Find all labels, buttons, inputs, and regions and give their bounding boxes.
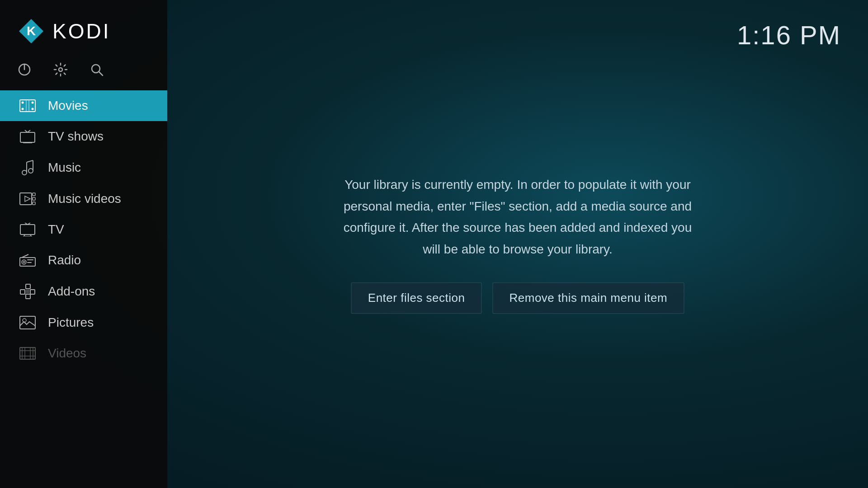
kodi-logo-icon: K — [18, 18, 44, 44]
time-display: 1:16 PM — [737, 20, 841, 50]
sidebar-item-tvshows[interactable]: TV shows — [0, 121, 167, 152]
svg-rect-14 — [20, 132, 35, 142]
svg-point-9 — [22, 108, 24, 110]
music-icon — [18, 160, 37, 175]
movies-label: Movies — [48, 99, 88, 113]
settings-icon[interactable] — [53, 62, 68, 77]
tvshows-icon — [18, 130, 37, 143]
sidebar-item-pictures[interactable]: Pictures — [0, 307, 167, 338]
svg-rect-47 — [20, 316, 35, 329]
sidebar-item-movies[interactable]: Movies — [0, 90, 167, 121]
tv-label: TV — [48, 222, 64, 237]
library-empty-message: Your library is currently empty. In orde… — [343, 174, 693, 314]
svg-point-4 — [59, 68, 62, 71]
svg-rect-45 — [30, 290, 35, 294]
pictures-label: Pictures — [48, 315, 94, 330]
svg-point-21 — [28, 169, 33, 173]
tv-icon — [18, 223, 37, 236]
svg-point-8 — [22, 102, 24, 104]
sidebar-item-music[interactable]: Music — [0, 152, 167, 183]
pictures-icon — [18, 316, 37, 329]
svg-rect-42 — [20, 290, 25, 294]
radio-label: Radio — [48, 253, 81, 267]
svg-point-11 — [32, 108, 34, 110]
svg-marker-29 — [25, 196, 30, 202]
music-label: Music — [48, 160, 81, 175]
remove-menu-item-button[interactable]: Remove this main menu item — [493, 283, 684, 314]
sidebar-item-radio[interactable]: Radio — [0, 245, 167, 276]
svg-rect-36 — [20, 258, 35, 266]
nav-list: Movies TV shows — [0, 90, 167, 488]
svg-rect-26 — [33, 193, 35, 196]
search-icon[interactable] — [90, 62, 104, 77]
radio-icon — [18, 254, 37, 267]
enter-files-button[interactable]: Enter files section — [351, 283, 482, 314]
svg-point-38 — [23, 261, 25, 263]
svg-text:K: K — [27, 24, 36, 38]
svg-rect-43 — [26, 284, 30, 289]
svg-rect-27 — [33, 197, 35, 200]
musicvideos-label: Music videos — [48, 192, 121, 206]
addons-icon — [18, 284, 37, 299]
svg-line-24 — [27, 160, 33, 162]
svg-rect-46 — [26, 290, 29, 293]
svg-rect-13 — [28, 100, 29, 112]
movies-icon — [18, 99, 37, 112]
videos-label: Videos — [48, 346, 86, 361]
svg-point-10 — [32, 102, 34, 104]
sidebar-item-tv[interactable]: TV — [0, 214, 167, 245]
sidebar: K KODI — [0, 0, 167, 488]
svg-point-37 — [22, 260, 26, 264]
power-icon[interactable] — [17, 62, 32, 77]
svg-line-6 — [99, 72, 103, 75]
sidebar-item-musicvideos[interactable]: Music videos — [0, 183, 167, 214]
main-content: 1:16 PM Your library is currently empty.… — [167, 0, 868, 488]
svg-rect-12 — [26, 100, 27, 112]
addons-label: Add-ons — [48, 284, 95, 299]
svg-rect-30 — [20, 225, 35, 235]
videos-icon — [18, 347, 37, 360]
svg-rect-44 — [26, 294, 30, 299]
tvshows-label: TV shows — [48, 129, 104, 144]
action-buttons: Enter files section Remove this main men… — [343, 283, 693, 314]
svg-point-20 — [22, 170, 27, 175]
svg-line-41 — [22, 254, 28, 258]
logo-area: K KODI — [0, 0, 167, 58]
musicvideos-icon — [18, 192, 37, 205]
sidebar-item-videos[interactable]: Videos — [0, 338, 167, 369]
sidebar-item-addons[interactable]: Add-ons — [0, 276, 167, 307]
svg-rect-28 — [33, 202, 35, 205]
icon-toolbar — [0, 58, 167, 90]
library-empty-text: Your library is currently empty. In orde… — [343, 174, 693, 260]
app-title: KODI — [52, 19, 110, 43]
